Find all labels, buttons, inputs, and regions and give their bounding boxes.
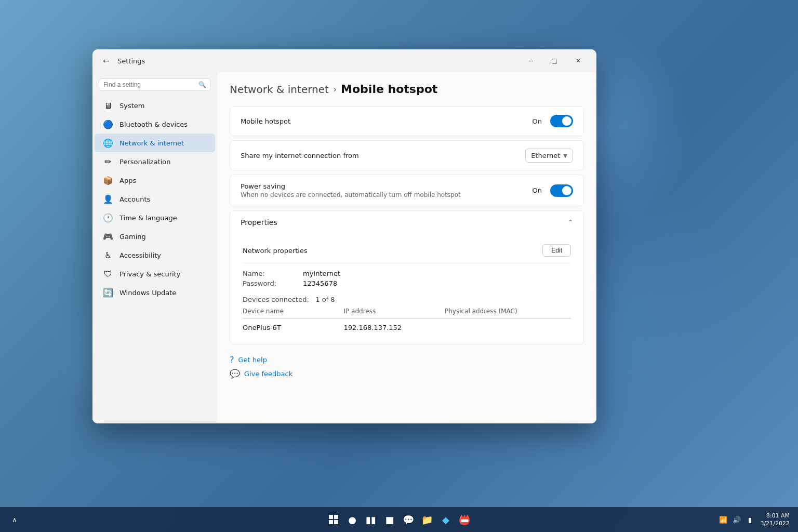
window-title: Settings: [117, 57, 145, 65]
svg-rect-2: [329, 520, 333, 524]
battery-icon[interactable]: ▮: [744, 513, 756, 526]
close-button[interactable]: ✕: [566, 52, 590, 69]
breadcrumb-parent[interactable]: Network & internet: [230, 83, 329, 96]
net-props-header: Network properties Edit: [243, 240, 571, 263]
sidebar-item-system[interactable]: 🖥 System: [95, 96, 215, 115]
sidebar-privacy-label: Privacy & security: [119, 270, 180, 278]
get-help-link[interactable]: ? Get help: [230, 355, 584, 365]
name-row: Name: myInternet: [243, 270, 571, 277]
search-taskbar-button[interactable]: ●: [344, 511, 361, 528]
sidebar-accounts-icon: 👤: [103, 194, 113, 204]
taskbar-center: ● ▮▮ ■ 💬 📁 ◆ 📛: [325, 511, 473, 528]
password-row: Password: 12345678: [243, 280, 571, 287]
ethernet-dropdown[interactable]: Ethernet ▼: [525, 149, 573, 163]
power-saving-label: Power saving: [241, 182, 533, 190]
ethernet-value: Ethernet: [531, 152, 560, 159]
sidebar-network-icon: 🌐: [103, 138, 113, 148]
devices-connected-row: Devices connected: 1 of 8: [243, 296, 571, 303]
sidebar: 🔍 🖥 System 🔵 Bluetooth & devices 🌐 Netwo…: [92, 72, 217, 423]
widgets-button[interactable]: ■: [381, 511, 398, 528]
search-box[interactable]: 🔍: [99, 78, 211, 91]
svg-rect-1: [334, 515, 338, 519]
password-value: 12345678: [303, 280, 337, 287]
col-device-name: Device name: [243, 308, 343, 315]
dropdown-arrow-icon: ▼: [563, 153, 567, 158]
sidebar-item-gaming[interactable]: 🎮 Gaming: [95, 227, 215, 246]
breadcrumb-current: Mobile hotspot: [341, 83, 437, 96]
power-saving-toggle-label: On: [533, 187, 542, 194]
devices-table-header: Device name IP address Physical address …: [243, 308, 571, 318]
get-help-icon: ?: [230, 355, 234, 365]
col-ip: IP address: [343, 308, 444, 315]
volume-icon[interactable]: 🔊: [730, 513, 743, 526]
give-feedback-link[interactable]: 💬 Give feedback: [230, 369, 584, 379]
properties-header[interactable]: Properties ⌃: [230, 211, 583, 234]
system-tray-right: 📶 🔊 ▮: [717, 513, 756, 526]
power-saving-card: Power saving When no devices are connect…: [230, 175, 584, 206]
sidebar-item-apps[interactable]: 📦 Apps: [95, 171, 215, 190]
share-card: Share my internet connection from Ethern…: [230, 140, 584, 170]
give-feedback-label: Give feedback: [244, 370, 292, 378]
device-name: OnePlus-6T: [243, 324, 343, 331]
chevron-up-icon: ⌃: [568, 219, 573, 226]
device-row: OnePlus-6T 192.168.137.152: [243, 322, 571, 334]
sidebar-item-network[interactable]: 🌐 Network & internet: [95, 134, 215, 152]
sidebar-item-time[interactable]: 🕐 Time & language: [95, 208, 215, 227]
sidebar-item-accounts[interactable]: 👤 Accounts: [95, 190, 215, 208]
sidebar-system-icon: 🖥: [103, 100, 113, 111]
system-tray-left: ∧: [8, 513, 21, 526]
taskview-button[interactable]: ▮▮: [363, 511, 379, 528]
tray-chevron[interactable]: ∧: [8, 513, 21, 526]
edge-button[interactable]: ◆: [437, 511, 454, 528]
search-icon[interactable]: 🔍: [198, 81, 206, 88]
device-ip: 192.168.137.152: [343, 324, 444, 331]
breadcrumb-separator: ›: [333, 84, 337, 95]
settings-window: ← Settings − □ ✕ 🔍 🖥 System 🔵 Bluetooth …: [92, 49, 596, 423]
chat-button[interactable]: 💬: [400, 511, 417, 528]
store-button[interactable]: 📛: [456, 511, 473, 528]
sidebar-personalization-icon: ✏️: [103, 156, 113, 167]
sidebar-item-accessibility[interactable]: ♿ Accessibility: [95, 246, 215, 264]
sidebar-apps-label: Apps: [119, 177, 136, 184]
taskbar-right: 📶 🔊 ▮ 8:01 AM 3/21/2022: [717, 512, 790, 528]
sidebar-personalization-label: Personalization: [119, 158, 171, 166]
sidebar-item-update[interactable]: 🔄 Windows Update: [95, 283, 215, 302]
sidebar-item-privacy[interactable]: 🛡 Privacy & security: [95, 264, 215, 283]
power-saving-toggle[interactable]: [550, 184, 573, 197]
svg-rect-3: [334, 520, 338, 524]
title-bar-left: ← Settings: [99, 54, 145, 68]
taskbar: ∧ ● ▮▮ ■ 💬 📁 ◆ 📛 📶 🔊 ▮ 8:01 AM 3/21/2022: [0, 507, 798, 532]
power-saving-toggle-wrapper: On: [533, 184, 573, 197]
sidebar-item-personalization[interactable]: ✏️ Personalization: [95, 152, 215, 171]
minimize-button[interactable]: −: [518, 52, 542, 69]
taskbar-date: 3/21/2022: [761, 520, 790, 527]
breadcrumb: Network & internet › Mobile hotspot: [230, 83, 584, 96]
taskbar-clock[interactable]: 8:01 AM 3/21/2022: [761, 512, 790, 528]
power-saving-sub: When no devices are connected, automatic…: [241, 191, 533, 198]
sidebar-update-icon: 🔄: [103, 287, 113, 298]
sidebar-update-label: Windows Update: [119, 289, 176, 297]
hotspot-label: Mobile hotspot: [241, 117, 533, 125]
wifi-icon[interactable]: 📶: [717, 513, 729, 526]
sidebar-item-bluetooth[interactable]: 🔵 Bluetooth & devices: [95, 115, 215, 134]
start-button[interactable]: [325, 511, 342, 528]
maximize-button[interactable]: □: [542, 52, 566, 69]
edit-button[interactable]: Edit: [542, 244, 571, 257]
sidebar-gaming-label: Gaming: [119, 233, 146, 241]
help-section: ? Get help 💬 Give feedback: [230, 355, 584, 379]
name-value: myInternet: [303, 270, 340, 277]
password-key: Password:: [243, 280, 295, 287]
properties-card: Properties ⌃ Network properties Edit Nam…: [230, 210, 584, 344]
hotspot-toggle-knob: [562, 116, 571, 126]
search-input[interactable]: [103, 81, 195, 88]
explorer-button[interactable]: 📁: [419, 511, 435, 528]
back-button[interactable]: ←: [99, 54, 113, 68]
hotspot-toggle[interactable]: [550, 115, 573, 127]
devices-section: Devices connected: 1 of 8 Device name IP…: [243, 296, 571, 334]
devices-connected-label: Devices connected:: [243, 296, 309, 303]
hotspot-card: Mobile hotspot On: [230, 106, 584, 136]
sidebar-privacy-icon: 🛡: [103, 269, 113, 279]
sidebar-network-label: Network & internet: [119, 139, 184, 147]
name-key: Name:: [243, 270, 295, 277]
main-content: Network & internet › Mobile hotspot Mobi…: [217, 72, 596, 423]
